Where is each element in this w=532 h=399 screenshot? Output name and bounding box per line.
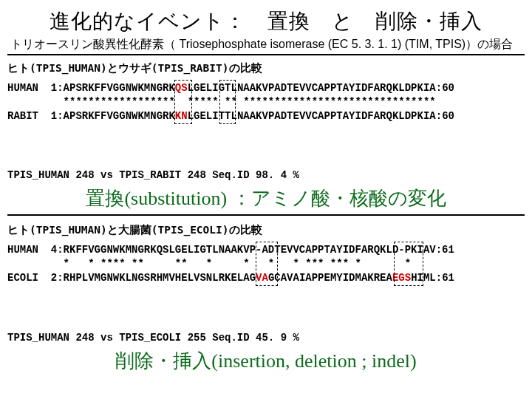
summary-1: TPIS_HUMAN 248 vs TPIS_RABIT 248 Seq.ID … — [7, 169, 525, 181]
human-seg-c: GT — [219, 82, 231, 94]
rabit-seg-d: LNAAKVPADTEVVCAPPTAYIDFARQKLDPKIA:60 — [231, 110, 454, 122]
slide-root: 進化的なイベント： 置換 と 削除・挿入 トリオースリン酸異性化酵素（ Trio… — [0, 0, 532, 374]
ecoli-red-1: VA — [256, 272, 268, 284]
human2-row: HUMAN 4:RKFFVGGNWKMNGRKQSLGELIGTLNAAKVP-… — [7, 244, 454, 256]
human-red-1: QS — [175, 82, 188, 94]
human-seg-b: LGELI — [188, 82, 219, 94]
rabit-seg-a: RABIT 1:APSRKFFVGGNWKMNGRK — [7, 110, 175, 122]
summary-2: TPIS_HUMAN 248 vs TPIS_ECOLI 255 Seq.ID … — [7, 332, 525, 344]
concept-indel: 削除・挿入(insertion, deletion ; indel) — [7, 348, 525, 374]
title-underline — [7, 54, 525, 55]
alignment-he: HUMAN 4:RKFFVGGNWKMNGRKQSLGELIGTLNAAKVP-… — [7, 243, 525, 327]
rabit-red-1: KN — [175, 110, 188, 122]
rabit-seg-b: LGELI — [188, 110, 219, 122]
section1-label: ヒト(TPIS_HUMAN)とウサギ(TPIS_RABIT)の比較 — [7, 61, 525, 75]
stars-row-1: ****************** ***** ** ************… — [7, 96, 436, 108]
slide-title: 進化的なイベント： 置換 と 削除・挿入 — [7, 7, 525, 35]
ecoli-red-2: EGS — [392, 272, 411, 284]
rabit-seg-c: TT — [219, 110, 231, 122]
ecoli-seg-a: ECOLI 2:RHPLVMGNWKLNGSRHMVHELVSNLRKELAG — [7, 272, 256, 284]
slide-subtitle: トリオースリン酸異性化酵素（ Triosephosphate isomerase… — [10, 37, 525, 52]
section-divider — [7, 214, 525, 216]
alignment-hr: HUMAN 1:APSRKFFVGGNWKMNGRKQSLGELIGTLNAAK… — [7, 81, 525, 165]
section2-label: ヒト(TPIS_HUMAN)と大腸菌(TPIS_ECOLI)の比較 — [7, 223, 525, 237]
concept-substitution: 置換(substitution) ：アミノ酸・核酸の変化 — [7, 185, 525, 211]
human-seg-d: LNAAKVPADTEVVCAPPTAYIDFARQKLDPKIA:60 — [231, 82, 454, 94]
stars-row-2: * * **** ** ** * * * * *** *** * * — [7, 258, 411, 270]
ecoli-seg-c: HIML:61 — [411, 272, 454, 284]
ecoli-seg-b: GCAVAIAPPEMYIDMAKREA — [268, 272, 392, 284]
human-seg-a: HUMAN 1:APSRKFFVGGNWKMNGRK — [7, 82, 175, 94]
